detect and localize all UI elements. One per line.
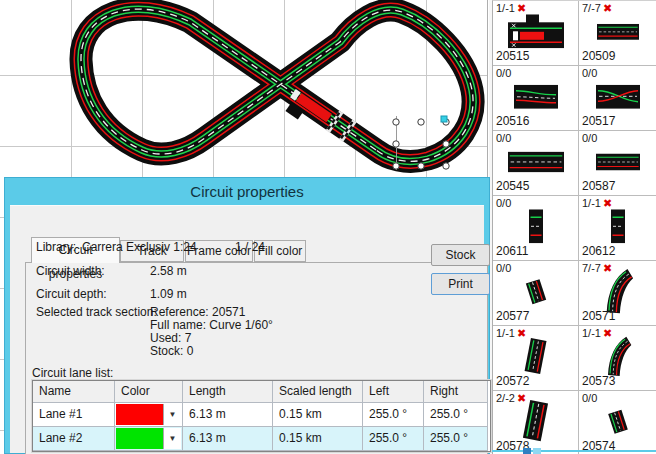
track-piece-thumbnail: [601, 267, 635, 315]
part-cell[interactable]: 0/0 20611: [493, 196, 579, 261]
col-header-left[interactable]: Left: [363, 381, 424, 403]
track-piece-thumbnail: [597, 20, 639, 43]
lane-table-header: Name Color Length Scaled length Left Rig…: [33, 381, 490, 403]
dialog-body: Circuit properties Track angle Frame col…: [10, 205, 484, 453]
part-usage-label: 7/-7✖: [582, 2, 612, 15]
part-ref: 20545: [496, 179, 529, 193]
library-count: 1 / 24: [235, 241, 265, 254]
part-cell[interactable]: 7/-7✖ 20571: [579, 261, 656, 326]
part-ref: 20571: [582, 309, 615, 323]
col-header-scaled[interactable]: Scaled length: [273, 381, 363, 403]
part-cell[interactable]: 0/0 20516: [493, 66, 579, 131]
track-piece-thumbnail: [596, 152, 640, 172]
lane-color-cell: ▼: [115, 403, 183, 427]
selected-section-label: Selected track section:: [36, 306, 157, 319]
rotation-handle[interactable]: [441, 116, 447, 122]
part-ref: 20612: [582, 244, 615, 258]
lane-color-swatch: [116, 404, 163, 425]
part-ref: 20611: [496, 244, 528, 258]
part-usage-label: 0/0: [582, 132, 599, 144]
part-cell[interactable]: 1/-1✖ 20515: [493, 1, 579, 66]
circuit-depth-label: Circuit depth:: [36, 288, 107, 301]
part-cell[interactable]: 0/0 20577: [493, 261, 579, 326]
scrollbar-fragment: [523, 448, 531, 454]
track-piece-thumbnail: [596, 85, 640, 109]
track-piece-thumbnail: [611, 209, 625, 243]
circuit-depth-value: 1.09 m: [150, 288, 187, 301]
part-usage-label: 0/0: [496, 67, 513, 79]
part-cell[interactable]: 0/0 20545: [493, 131, 579, 196]
part-ref: 20516: [496, 114, 529, 128]
track-piece-thumbnail: [508, 14, 564, 48]
lane-left-turns: 255.0 °: [363, 403, 424, 427]
track-piece-thumbnail: [529, 209, 543, 243]
track-piece-thumbnail: [514, 85, 558, 109]
color-dropdown-button[interactable]: ▼: [163, 404, 181, 425]
scrollbar-fragment: [533, 448, 541, 454]
lane-length: 6.13 m: [183, 403, 273, 427]
part-cell[interactable]: 7/-7✖ 20509: [579, 1, 656, 66]
col-header-color[interactable]: Color: [115, 381, 183, 403]
part-ref: 20515: [496, 49, 529, 63]
part-cell[interactable]: 0/0 20587: [579, 131, 656, 196]
delete-x-icon: ✖: [517, 2, 526, 14]
lane-row[interactable]: Lane #2 ▼ 6.13 m 0.15 km 255.0 ° 255.0 °: [33, 427, 490, 451]
circuit-width-value: 2.58 m: [150, 265, 187, 278]
lane-right-turns: 255.0 °: [424, 427, 488, 451]
part-ref: 20509: [582, 49, 615, 63]
part-usage-label: 0/0: [582, 67, 599, 79]
part-ref: 20587: [582, 179, 615, 193]
col-header-length[interactable]: Length: [183, 381, 273, 403]
selected-stock: Stock: 0: [150, 345, 193, 358]
lane-scaled-length: 0.15 km: [273, 427, 363, 451]
part-usage-label: 1/-1✖: [582, 197, 612, 210]
circuit-properties-dialog: Circuit properties Circuit properties Tr…: [4, 177, 490, 454]
dialog-titlebar[interactable]: Circuit properties: [5, 178, 489, 205]
part-cell[interactable]: 1/-1✖ 20573: [579, 326, 656, 391]
col-header-name[interactable]: Name: [33, 381, 115, 403]
track-piece-thumbnail: [504, 151, 567, 172]
lane-right-turns: 255.0 °: [424, 403, 488, 427]
part-cell[interactable]: 1/-1✖ 20572: [493, 326, 579, 391]
lane-row[interactable]: Lane #1 ▼ 6.13 m 0.15 km 255.0 ° 255.0 °: [33, 403, 490, 427]
lane-color-cell: ▼: [115, 427, 183, 451]
lane-table: Name Color Length Scaled length Left Rig…: [32, 380, 491, 452]
color-dropdown-button[interactable]: ▼: [163, 428, 181, 449]
lane-name: Lane #1: [33, 403, 115, 427]
lane-color-swatch: [116, 428, 163, 449]
part-ref: 20572: [496, 374, 529, 388]
part-cell[interactable]: 0/0 20517: [579, 66, 656, 131]
part-cell[interactable]: 0/0 20574: [579, 391, 656, 454]
part-usage-label: 1/-1✖: [496, 2, 526, 15]
print-button[interactable]: Print: [431, 273, 490, 295]
library-value: Carrera Exclusiv 1:24: [82, 241, 197, 254]
delete-x-icon: ✖: [603, 2, 612, 14]
part-usage-label: 0/0: [496, 262, 513, 274]
part-usage-label: 0/0: [496, 132, 513, 144]
part-usage-label: 0/0: [582, 392, 599, 404]
delete-x-icon: ✖: [603, 197, 612, 209]
parts-panel: 1/-1✖ 20515 7/-7✖ 20509 0/0 20516 0/0 20…: [492, 0, 656, 454]
track-piece-thumbnail: [603, 409, 633, 435]
app-window: 1/-1✖ 20515 7/-7✖ 20509 0/0 20516 0/0 20…: [0, 0, 656, 454]
part-usage-label: 0/0: [496, 197, 513, 209]
part-ref: 20573: [582, 374, 615, 388]
stock-button[interactable]: Stock: [431, 244, 490, 266]
track-piece-thumbnail: [520, 398, 552, 444]
part-cell[interactable]: 1/-1✖ 20612: [579, 196, 656, 261]
lane-left-turns: 255.0 °: [363, 427, 424, 451]
part-cell[interactable]: 2/-2✖ 20578: [493, 391, 579, 454]
figure-eight-track: [0, 0, 488, 180]
track-piece-thumbnail: [522, 278, 549, 305]
lane-length: 6.13 m: [183, 427, 273, 451]
circuit-width-label: Circuit width:: [36, 265, 105, 278]
part-ref: 20577: [496, 309, 529, 323]
col-header-right[interactable]: Right: [424, 381, 488, 403]
track-piece-thumbnail: [603, 335, 633, 377]
library-label: Library:: [36, 241, 76, 254]
track-piece-thumbnail: [522, 337, 550, 375]
lane-name: Lane #2: [33, 427, 115, 451]
lane-scaled-length: 0.15 km: [273, 403, 363, 427]
part-ref: 20517: [582, 114, 615, 128]
lane-list-label: Circuit lane list:: [32, 367, 113, 380]
